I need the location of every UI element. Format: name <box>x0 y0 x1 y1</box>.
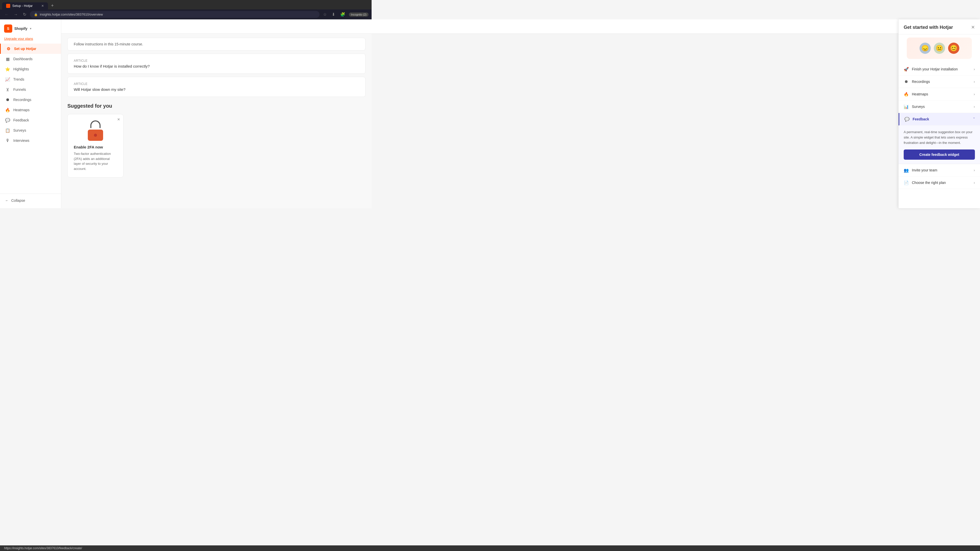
app-header: English ▾ 👤+ 👥 ❓ H <box>61 19 372 34</box>
sidebar-item-highlights[interactable]: ⭐ Highlights <box>0 64 61 74</box>
bookmark-button[interactable]: ☆ <box>321 11 328 18</box>
main-content: Follow instructions in this 15-minute co… <box>61 19 372 208</box>
lock-icon: 🔒 <box>34 13 38 16</box>
sidebar-item-setup[interactable]: ⚙ Set up Hotjar <box>0 44 61 54</box>
reload-button[interactable]: ↻ <box>21 11 28 18</box>
forward-button[interactable]: → <box>12 11 19 18</box>
sidebar-item-dashboards[interactable]: ▦ Dashboards <box>0 54 61 64</box>
highlights-icon: ⭐ <box>5 67 10 72</box>
sidebar-item-surveys[interactable]: 📋 Surveys <box>0 125 61 135</box>
article-title-1: How do I know if Hotjar is installed cor… <box>74 64 359 68</box>
tab-close-btn[interactable]: ✕ <box>41 4 44 8</box>
sidebar-item-funnels-label: Funnels <box>13 87 26 92</box>
dashboards-icon: ▦ <box>5 56 10 62</box>
lock-shackle <box>90 121 100 128</box>
article-title-2: Will Hotjar slow down my site? <box>74 87 359 92</box>
logo-icon: S <box>4 24 12 33</box>
sidebar-item-heatmaps[interactable]: 🔥 Heatmaps <box>0 105 61 115</box>
sidebar-item-setup-label: Set up Hotjar <box>14 47 36 51</box>
suggested-card-2fa: ✕ Enable 2FA now Two-factor authenticati… <box>67 114 124 178</box>
browser-chrome: Setup - Hotjar ✕ + ← → ↻ 🔒 insights.hotj… <box>0 0 372 19</box>
tab-label: Setup - Hotjar <box>12 4 33 8</box>
card-icon-area <box>74 121 117 141</box>
feedback-icon: 💬 <box>5 118 10 123</box>
card-description: Two-factor authentication (2FA) adds an … <box>74 151 117 171</box>
setup-icon: ⚙ <box>6 46 11 51</box>
suggested-section: Suggested for you ✕ Enable 2FA now Two-f… <box>67 103 366 178</box>
address-bar[interactable]: 🔒 insights.hotjar.com/sites/3837610/over… <box>30 11 320 18</box>
sidebar-item-trends[interactable]: 📈 Trends <box>0 74 61 84</box>
instruction-bar: Follow instructions in this 15-minute co… <box>67 38 366 51</box>
sidebar-item-surveys-label: Surveys <box>13 128 26 132</box>
sidebar-item-feedback[interactable]: 💬 Feedback <box>0 115 61 125</box>
sidebar-item-interviews[interactable]: 🎙 Interviews <box>0 135 61 146</box>
app: S Shopify ▾ Upgrade your plans ⚙ Set up … <box>0 19 372 208</box>
incognito-badge: Incognito (2) <box>349 13 369 17</box>
collapse-arrow-icon: ← <box>5 198 9 203</box>
card-title: Enable 2FA now <box>74 145 117 149</box>
lock-body <box>88 130 103 141</box>
article-card-2[interactable]: Article Will Hotjar slow down my site? <box>67 77 366 97</box>
sidebar-item-dashboards-label: Dashboards <box>13 57 33 61</box>
download-button[interactable]: ⬇ <box>330 11 337 18</box>
recordings-icon: ⏺ <box>5 97 10 102</box>
sidebar: S Shopify ▾ Upgrade your plans ⚙ Set up … <box>0 19 61 208</box>
sidebar-logo-area: S Shopify ▾ <box>0 22 61 37</box>
funnels-icon: ⊻ <box>5 87 10 92</box>
collapse-label: Collapse <box>11 198 25 203</box>
sidebar-item-recordings-label: Recordings <box>13 98 32 102</box>
upgrade-link[interactable]: Upgrade your plans <box>0 37 61 44</box>
suggested-title: Suggested for you <box>67 103 366 109</box>
sidebar-item-funnels[interactable]: ⊻ Funnels <box>0 84 61 95</box>
site-name: Shopify <box>14 27 27 30</box>
browser-nav: ← → ↻ 🔒 insights.hotjar.com/sites/383761… <box>0 10 372 19</box>
article-label-2: Article <box>74 82 359 86</box>
site-dropdown-icon[interactable]: ▾ <box>30 27 32 30</box>
sidebar-item-highlights-label: Highlights <box>13 67 29 71</box>
tab-favicon <box>6 4 10 8</box>
tab-bar: Setup - Hotjar ✕ + <box>0 0 372 10</box>
new-tab-button[interactable]: + <box>49 2 56 10</box>
sidebar-item-feedback-label: Feedback <box>13 118 29 122</box>
heatmaps-icon: 🔥 <box>5 107 10 113</box>
instruction-text: Follow instructions in this 15-minute co… <box>74 42 143 46</box>
article-label-1: Article <box>74 59 359 62</box>
back-button[interactable]: ← <box>3 11 10 18</box>
lock-keyhole <box>94 134 97 137</box>
card-close-button[interactable]: ✕ <box>117 118 120 121</box>
sidebar-bottom: ← Collapse <box>0 194 61 205</box>
lock-illustration <box>85 121 106 141</box>
active-tab[interactable]: Setup - Hotjar ✕ <box>2 2 48 10</box>
article-card-1[interactable]: Article How do I know if Hotjar is insta… <box>67 54 366 74</box>
extensions-button[interactable]: 🧩 <box>339 11 347 18</box>
surveys-icon: 📋 <box>5 128 10 133</box>
sidebar-item-recordings[interactable]: ⏺ Recordings <box>0 95 61 105</box>
sidebar-item-interviews-label: Interviews <box>13 138 29 143</box>
interviews-icon: 🎙 <box>5 138 10 143</box>
url-text: insights.hotjar.com/sites/3837610/overvi… <box>40 13 103 16</box>
nav-actions: ☆ ⬇ 🧩 Incognito (2) <box>321 11 369 18</box>
trends-icon: 📈 <box>5 77 10 82</box>
collapse-button[interactable]: ← Collapse <box>0 196 61 205</box>
sidebar-item-heatmaps-label: Heatmaps <box>13 108 30 112</box>
sidebar-item-trends-label: Trends <box>13 77 24 81</box>
